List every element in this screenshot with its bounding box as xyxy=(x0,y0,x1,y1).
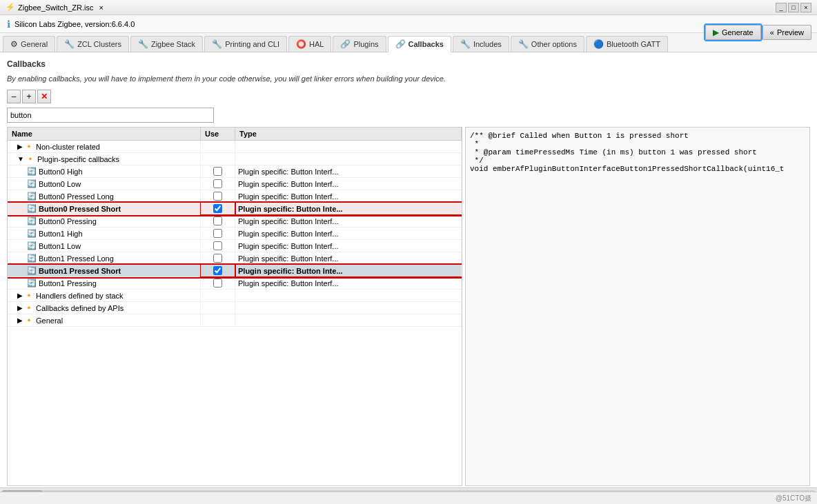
use-cell[interactable] xyxy=(201,252,235,264)
use-checkbox[interactable] xyxy=(213,192,222,201)
node-icon: 🔄 xyxy=(27,254,37,263)
type-cell: Plugin specific: Button Inte... xyxy=(235,265,462,276)
use-cell xyxy=(201,290,235,301)
type-cell: Plugin specific: Button Interf... xyxy=(235,178,462,190)
node-icon: 🔸 xyxy=(24,316,34,325)
node-icon: 🔸 xyxy=(26,154,35,163)
name-cell: 🔄 Button1 Pressed Long xyxy=(8,252,201,264)
name-cell: 🔄 Button1 High xyxy=(8,228,201,239)
name-cell: 🔄 Button0 High xyxy=(8,165,201,177)
use-checkbox[interactable] xyxy=(213,167,222,176)
generate-button[interactable]: ▶ Generate xyxy=(705,25,761,40)
expand-button[interactable]: + xyxy=(22,90,36,103)
table-row: ▶ 🔸 Non-cluster related xyxy=(8,141,462,153)
use-cell[interactable] xyxy=(201,190,235,202)
table-row: 🔄 Button0 Low Plugin specific: Button In… xyxy=(8,178,462,190)
name-cell: 🔄 Button0 Pressed Short xyxy=(8,203,201,214)
row-label: Button0 High xyxy=(39,168,83,176)
clear-button[interactable]: ✕ xyxy=(37,90,51,103)
tab-general[interactable]: ⚙ General xyxy=(3,36,55,52)
use-checkbox[interactable] xyxy=(213,266,222,275)
node-icon: 🔄 xyxy=(27,266,37,275)
preview-button[interactable]: « Preview xyxy=(762,25,811,40)
use-checkbox[interactable] xyxy=(213,241,222,250)
title-bar-label: Zigbee_Switch_ZR.isc xyxy=(18,3,93,12)
type-cell: Plugin specific: Button Interf... xyxy=(235,252,462,264)
use-cell xyxy=(201,153,235,165)
use-cell[interactable] xyxy=(201,228,235,239)
row-label: Button0 Low xyxy=(39,180,81,188)
close-tab-icon[interactable]: × xyxy=(99,3,103,12)
type-cell: Plugin specific: Button Interf... xyxy=(235,277,462,289)
row-label: Button1 Pressed Short xyxy=(39,267,121,275)
row-label: Plugin-specific callbacks xyxy=(37,155,119,163)
use-cell[interactable] xyxy=(201,165,235,177)
tab-includes[interactable]: 🔧 Includes xyxy=(453,36,509,52)
tab-other[interactable]: 🔧 Other options xyxy=(511,36,584,52)
row-label: Callbacks defined by APIs xyxy=(36,304,124,312)
table-row: 🔄 Button1 Pressing Plugin specific: Butt… xyxy=(8,277,462,290)
zigbee-icon: 🔧 xyxy=(138,39,148,49)
tab-callbacks[interactable]: 🔗 Callbacks xyxy=(388,36,451,52)
name-cell: ▼ 🔸 Plugin-specific callbacks xyxy=(8,153,201,165)
expand-icon[interactable]: ▼ xyxy=(17,155,24,163)
use-cell[interactable] xyxy=(201,265,235,276)
row-label: Handlers defined by stack xyxy=(36,292,124,300)
use-checkbox[interactable] xyxy=(213,204,222,213)
use-checkbox[interactable] xyxy=(213,254,222,263)
type-cell: Plugin specific: Button Interf... xyxy=(235,190,462,202)
maximize-button[interactable]: × xyxy=(800,3,811,12)
search-input[interactable] xyxy=(7,108,214,123)
use-checkbox[interactable] xyxy=(213,179,222,188)
node-icon: 🔄 xyxy=(27,241,37,250)
expand-icon[interactable]: ▶ xyxy=(17,304,23,312)
restore-button[interactable]: □ xyxy=(788,3,799,12)
use-cell[interactable] xyxy=(201,178,235,190)
tab-zcl[interactable]: 🔧 ZCL Clusters xyxy=(57,36,129,52)
use-checkbox[interactable] xyxy=(213,229,222,238)
status-bar: @51CTO摄 xyxy=(0,492,817,497)
minimize-button[interactable]: _ xyxy=(776,3,787,12)
type-cell: Plugin specific: Button Interf... xyxy=(235,228,462,239)
type-cell xyxy=(235,141,462,152)
main-content: Callbacks By enabling callbacks, you wil… xyxy=(0,52,817,487)
row-label: Button0 Pressed Long xyxy=(39,192,114,201)
tab-bluetooth[interactable]: 🔵 Bluetooth GATT xyxy=(586,36,668,52)
name-cell: ▶ 🔸 Callbacks defined by APIs xyxy=(8,302,201,314)
tab-hal[interactable]: ⭕ HAL xyxy=(288,36,331,52)
expand-icon[interactable]: ▶ xyxy=(17,292,23,299)
type-cell: Plugin specific: Button Inte... xyxy=(235,203,462,214)
general-icon: ⚙ xyxy=(10,39,18,49)
type-cell xyxy=(235,314,462,326)
table-row: ▶ 🔸 General xyxy=(8,314,462,327)
tab-plugins[interactable]: 🔗 Plugins xyxy=(333,36,386,52)
tab-zigbee[interactable]: 🔧 Zigbee Stack xyxy=(130,36,203,52)
other-icon: 🔧 xyxy=(518,39,529,49)
use-cell[interactable] xyxy=(201,277,235,289)
row-label: Button1 Pressed Long xyxy=(39,254,114,263)
use-cell[interactable] xyxy=(201,203,235,214)
table-row: 🔄 Button0 Pressed Long Plugin specific: … xyxy=(8,190,462,203)
use-checkbox[interactable] xyxy=(213,216,222,225)
zcl-icon: 🔧 xyxy=(64,39,75,49)
use-cell[interactable] xyxy=(201,215,235,227)
app-icon: ⚡ xyxy=(6,3,15,12)
collapse-button[interactable]: – xyxy=(7,90,21,103)
row-label: Button0 Pressing xyxy=(39,217,97,225)
use-cell xyxy=(201,314,235,326)
includes-icon: 🔧 xyxy=(460,39,471,49)
expand-icon[interactable]: ▶ xyxy=(17,316,23,324)
tab-other-label: Other options xyxy=(531,40,577,48)
tree-header: Name Use Type xyxy=(8,128,462,141)
tab-printing[interactable]: 🔧 Printing and CLI xyxy=(204,36,287,52)
expand-icon[interactable]: ▶ xyxy=(17,143,23,150)
tab-bluetooth-label: Bluetooth GATT xyxy=(607,40,660,48)
hal-icon: ⭕ xyxy=(296,39,306,49)
name-cell: 🔄 Button1 Pressing xyxy=(8,277,201,289)
node-icon: 🔸 xyxy=(24,303,34,312)
use-checkbox[interactable] xyxy=(213,279,222,288)
tab-includes-label: Includes xyxy=(473,40,502,48)
use-cell[interactable] xyxy=(201,240,235,252)
tab-printing-label: Printing and CLI xyxy=(225,40,279,48)
node-icon: 🔄 xyxy=(27,167,37,176)
